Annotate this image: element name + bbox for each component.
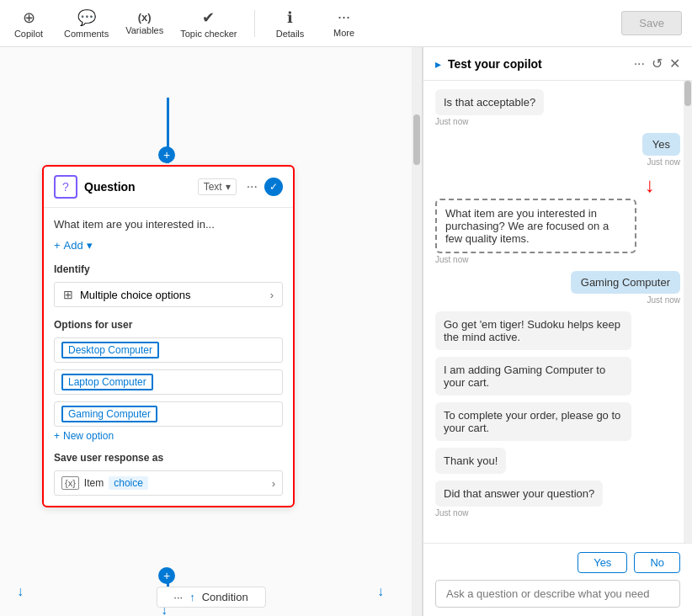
toolbar-item-comments[interactable]: 💬 Comments [64,8,109,39]
message-bubble-left-5: Go get 'em tiger! Sudoku helps keep the … [435,311,631,350]
message-bubble-left-9: Did that answer your question? [435,481,603,507]
message-bubble-left-1: Is that acceptable? [435,89,544,115]
msg-time-1: Just now [435,117,468,126]
message-bubble-left-6: I am adding Gaming Computer to your cart… [435,357,631,396]
option-tag-gaming: Gaming Computer [61,406,157,422]
response-chevron-right: › [272,477,275,490]
message-bubble-left-7: To complete your order, please go to you… [435,402,631,441]
add-button[interactable]: + Add ▾ [54,239,283,252]
comments-label: Comments [64,29,109,39]
message-row-4: Gaming Computer Just now [435,271,680,305]
test-panel-title: Test your copilot [448,57,627,71]
topic-checker-icon: ✔ [202,8,215,27]
chevron-right-icon: › [270,289,274,301]
variables-label: Variables [125,25,163,35]
yes-no-row: Yes No [435,552,680,573]
grid-icon: ⊞ [63,288,73,301]
details-label: Details [276,29,305,39]
plus-icon: + [54,239,61,252]
option-row-desktop: Desktop Computer [54,337,283,363]
chevron-down-icon-add: ▾ [87,239,93,252]
details-icon: ℹ [287,8,293,27]
variable-icon: {x} [61,476,79,490]
chat-area: Is that acceptable? Just now Yes Just no… [423,81,692,543]
more-options-icon[interactable]: ··· [247,179,258,194]
close-icon[interactable]: ✕ [669,56,680,72]
question-prompt: What item are you interested in... [54,218,283,231]
toolbar: ⊕ Copilot 💬 Comments (x) Variables ✔ Top… [0,0,692,47]
toolbar-separator [254,10,255,37]
save-response-label: Save user response as [54,452,283,464]
add-label: Add [64,239,83,252]
no-button[interactable]: No [634,552,680,573]
check-icon: ✓ [264,178,283,196]
comments-icon: 💬 [77,8,96,27]
add-node-top[interactable]: + [158,146,175,163]
panel-collapse-icon[interactable]: ▸ [435,57,441,71]
question-type-badge[interactable]: Text ▾ [198,178,237,195]
question-title: Question [84,180,191,194]
type-label: Text [204,181,222,193]
new-option-button[interactable]: + New option [54,430,283,442]
message-row-1: Is that acceptable? Just now [435,89,680,126]
canvas-area: + ? Question Text ▾ ··· ✓ What item are … [0,47,423,616]
option-tag-desktop: Desktop Computer [61,342,159,358]
variables-icon: (x) [138,11,152,24]
test-panel-header: ▸ Test your copilot ··· ↺ ✕ [423,47,692,81]
chat-input[interactable] [435,580,680,608]
question-card: ? Question Text ▾ ··· ✓ What item are yo… [42,165,295,507]
save-button[interactable]: Save [621,11,682,35]
toolbar-item-variables[interactable]: (x) Variables [125,11,163,35]
message-row-3: What item are you interested in purchasi… [435,199,680,264]
plus-icon-new: + [54,430,60,442]
question-body: What item are you interested in... + Add… [44,208,293,506]
toolbar-item-details[interactable]: ℹ Details [272,8,309,39]
refresh-icon[interactable]: ↺ [652,56,663,72]
more-panel-icon[interactable]: ··· [634,56,645,72]
yes-button[interactable]: Yes [578,552,627,573]
chat-scrollbar-thumb[interactable] [684,81,691,106]
msg-time-3: Just now [435,255,468,264]
option-row-gaming: Gaming Computer [54,401,283,427]
msg-time-4: Just now [647,295,680,305]
chat-footer: Yes No [423,543,692,616]
more-label: More [333,28,354,38]
message-row-7: To complete your order, please go to you… [435,402,680,441]
option-tag-laptop: Laptop Computer [61,374,153,390]
left-arrow-icon: ↓ [17,584,24,599]
test-panel: ▸ Test your copilot ··· ↺ ✕ Is that acce… [423,47,692,616]
more-icon: ··· [338,8,350,26]
copilot-icon: ⊕ [23,8,35,27]
add-node-bottom[interactable]: + [158,567,175,584]
canvas-scrollbar[interactable] [412,47,422,616]
option-laptop[interactable]: Laptop Computer [54,369,283,395]
new-option-label: New option [63,430,114,442]
chevron-down-icon: ▾ [226,181,231,193]
message-row-5: Go get 'em tiger! Sudoku helps keep the … [435,311,680,350]
message-row-2: Yes Just now [435,133,680,167]
chat-scrollbar[interactable] [684,81,692,543]
right-arrow-icon: ↓ [377,584,384,599]
toolbar-item-copilot[interactable]: ⊕ Copilot [10,8,47,39]
canvas-scrollbar-thumb[interactable] [413,114,420,165]
toolbar-item-topic-checker[interactable]: ✔ Topic checker [180,8,237,39]
msg-time-2: Just now [647,157,680,167]
message-bubble-right-4: Gaming Computer [571,271,680,294]
red-arrow-icon: ↓ [645,173,655,197]
condition-dots-icon: ··· [173,591,183,603]
toolbar-item-more[interactable]: ··· More [326,8,363,38]
choice-badge: choice [109,476,148,490]
response-row[interactable]: {x} Item choice › [54,470,283,496]
option-gaming[interactable]: Gaming Computer [54,401,283,427]
item-label: Item [84,477,104,489]
identify-option[interactable]: ⊞ Multiple choice options › [54,282,283,307]
copilot-label: Copilot [14,29,43,39]
message-row-9: Did that answer your question? Just now [435,481,680,518]
message-row-8: Thank you! [435,448,680,474]
question-icon: ? [54,175,77,199]
options-label: Options for user [54,319,283,331]
topic-checker-label: Topic checker [180,29,237,39]
condition-bar[interactable]: ··· ↑ Condition [156,587,265,608]
option-desktop[interactable]: Desktop Computer [54,337,283,363]
condition-arrow-icon: ↑ [189,591,195,603]
